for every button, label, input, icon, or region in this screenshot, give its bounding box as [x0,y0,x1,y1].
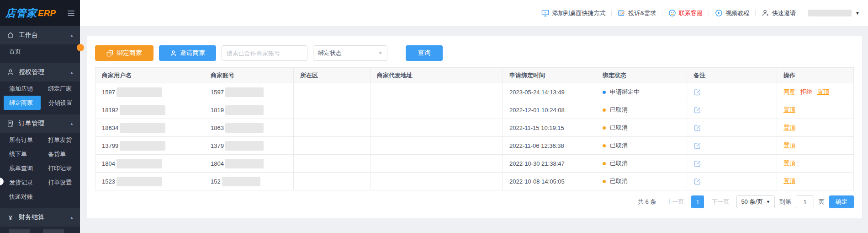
content-card: 绑定商家 邀请商家 绑定状态 ▼ 查询 商家用户名 商家账号 所在区 商家代发地… [87,36,862,218]
total-count-label: 共 6 条 [638,198,656,206]
redacted-text [225,105,264,115]
sidebar-item-stock-list[interactable]: 备货单 [40,148,80,160]
pin-top-link[interactable]: 置顶 [783,159,795,168]
district-cell [294,137,370,154]
video-tutorial-link[interactable]: 视频教程 [715,9,749,17]
status-label: 已取消 [610,177,628,185]
floating-widget-orange[interactable] [77,44,84,51]
address-cell [370,119,503,136]
edit-remark-icon[interactable] [693,141,702,150]
prev-page-button[interactable]: 上一页 [663,198,687,206]
sidebar-item-bind-merchant-selected[interactable]: 绑定商家 [4,96,41,110]
chevron-up-icon[interactable]: ▲ [70,122,74,126]
edit-remark-icon[interactable] [693,106,702,114]
account-prefix: 152 [211,178,221,185]
table-row: 1597 1597 2023-05-24 14:13:49 申请绑定中 同意 拒… [95,83,853,101]
col-header-remark: 备注 [687,68,777,83]
redacted-text [225,141,264,151]
sidebar-section-header-authorization[interactable]: 授权管理 ▲ [0,63,80,81]
chevron-up-icon[interactable]: ▲ [70,33,74,38]
reject-link[interactable]: 拒绝 [800,88,812,96]
account-prefix: 1379 [211,142,224,149]
sidebar-section-header-orders[interactable]: 订单管理 ▲ [0,114,80,133]
topbar: 添加到桌面快捷方式 投诉&需求 联系客服 视频教程 快速邀请 ▼ [80,0,868,26]
search-merchant-input[interactable] [222,45,307,61]
edit-remark-icon[interactable] [693,177,702,185]
chevron-down-icon: ▼ [766,200,770,204]
address-cell [370,101,503,119]
sidebar-item-print-ship[interactable]: 打单发货 [40,134,80,146]
district-cell [294,173,370,190]
goto-page-input[interactable] [796,195,814,208]
col-header-bind-status: 绑定状态 [596,68,687,83]
redacted-text [116,177,162,186]
sidebar-item-print-settings[interactable]: 打单设置 [40,176,80,189]
pin-top-link[interactable]: 置顶 [783,177,795,185]
chevron-down-icon: ▼ [378,51,382,55]
sidebar-item-bind-factory[interactable]: 绑定厂家 [40,82,80,95]
sidebar-section-header-finance[interactable]: ¥ 财务结算 ▲ [0,208,80,227]
sidebar-item-all-orders[interactable]: 所有订单 [0,134,40,146]
address-cell [370,173,503,190]
agree-link[interactable]: 同意 [783,88,795,96]
table-row: 18634 1863 2022-11-15 10:19:15 已取消 置顶 [95,119,853,136]
divider [662,10,662,16]
apply-time-cell: 2022-10-08 14:05:05 [503,173,596,190]
complaints-requests-link[interactable]: 投诉&需求 [618,9,656,17]
redacted-text [120,105,165,115]
menu-collapse-icon[interactable] [68,11,74,16]
address-cell [370,155,503,172]
chevron-up-icon[interactable]: ▲ [70,216,74,220]
quick-invite-link[interactable]: 快速邀请 [762,9,796,17]
status-dot [603,180,606,183]
home-icon [6,31,15,39]
sidebar-section-header-workbench[interactable]: 工作台 ▲ [0,26,80,44]
sidebar-section-label: 财务结算 [19,213,44,222]
username-prefix: 13799 [102,142,118,149]
username-prefix: 1597 [102,89,115,96]
user-account-redacted[interactable] [808,10,852,16]
account-prefix: 1819 [211,107,224,114]
sidebar-item-print-records[interactable]: 打印记录 [40,162,80,174]
pin-top-link[interactable]: 置顶 [783,106,795,114]
sidebar-item-ship-records[interactable]: 发货记录 [0,176,40,189]
status-label: 已取消 [610,141,628,150]
table-header-row: 商家用户名 商家账号 所在区 商家代发地址 申请绑定时间 绑定状态 备注 操作 [95,68,853,83]
contact-support-link[interactable]: 联系客服 [668,9,703,17]
invite-merchant-button[interactable]: 邀请商家 [159,45,216,61]
edit-remark-icon[interactable] [693,88,702,96]
edit-remark-icon[interactable] [693,159,702,168]
col-header-username: 商家用户名 [95,68,204,83]
logo: 店管家 ERP [0,0,80,26]
confirm-button[interactable]: 确定 [829,195,854,208]
sidebar-item-distribution-settings[interactable]: 分销设置 [41,97,80,109]
bind-merchant-button[interactable]: 绑定商家 [95,45,153,61]
chevron-up-icon[interactable]: ▲ [70,70,74,75]
user-menu-caret-icon[interactable]: ▼ [855,11,860,16]
pin-top-link[interactable]: 置顶 [783,124,795,132]
sidebar-item-offline-orders[interactable]: 线下单 [0,148,40,160]
account-prefix: 1804 [211,160,224,167]
edit-remark-icon[interactable] [693,124,702,132]
current-page-button[interactable]: 1 [691,195,704,208]
goto-page-prefix: 到第 [779,198,791,206]
sidebar-item-add-shop[interactable]: 添加店铺 [0,82,40,95]
next-page-button[interactable]: 下一页 [709,198,732,206]
add-desktop-shortcut-link[interactable]: 添加到桌面快捷方式 [541,9,605,17]
sidebar-item-express-reconcile[interactable]: 快递对账 [0,190,40,203]
divider [802,10,802,16]
col-header-district: 所在区 [294,68,370,83]
page-size-select[interactable]: 50 条/页 ▼ [736,195,775,208]
status-label: 已取消 [610,106,628,114]
sidebar-item-home[interactable]: 首页 [0,45,40,58]
merchant-table: 商家用户名 商家账号 所在区 商家代发地址 申请绑定时间 绑定状态 备注 操作 … [95,67,854,190]
query-button[interactable]: 查询 [406,45,443,61]
address-cell [370,137,503,154]
pin-top-link[interactable]: 置顶 [817,88,829,96]
bind-status-select[interactable]: 绑定状态 ▼ [313,45,387,61]
username-prefix: 1523 [102,178,115,185]
pin-top-link[interactable]: 置顶 [783,141,795,150]
redacted-text [225,159,264,168]
sidebar-item-receipt-query[interactable]: 底单查询 [0,162,40,174]
form-pencil-icon [618,9,625,17]
